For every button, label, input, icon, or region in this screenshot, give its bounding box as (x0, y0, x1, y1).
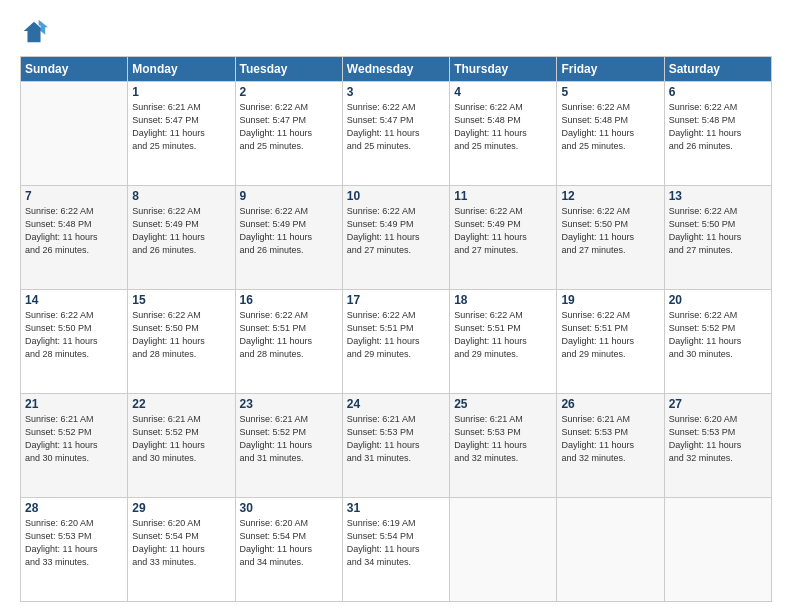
day-number: 9 (240, 189, 338, 203)
calendar-cell (450, 498, 557, 602)
day-info: Sunrise: 6:22 AM Sunset: 5:51 PM Dayligh… (561, 309, 659, 361)
day-number: 17 (347, 293, 445, 307)
calendar-cell: 2Sunrise: 6:22 AM Sunset: 5:47 PM Daylig… (235, 82, 342, 186)
calendar-cell: 9Sunrise: 6:22 AM Sunset: 5:49 PM Daylig… (235, 186, 342, 290)
calendar-cell: 29Sunrise: 6:20 AM Sunset: 5:54 PM Dayli… (128, 498, 235, 602)
day-number: 28 (25, 501, 123, 515)
day-number: 1 (132, 85, 230, 99)
calendar-cell: 24Sunrise: 6:21 AM Sunset: 5:53 PM Dayli… (342, 394, 449, 498)
day-number: 25 (454, 397, 552, 411)
day-number: 23 (240, 397, 338, 411)
day-info: Sunrise: 6:22 AM Sunset: 5:47 PM Dayligh… (347, 101, 445, 153)
day-info: Sunrise: 6:22 AM Sunset: 5:49 PM Dayligh… (240, 205, 338, 257)
day-number: 15 (132, 293, 230, 307)
calendar-cell: 13Sunrise: 6:22 AM Sunset: 5:50 PM Dayli… (664, 186, 771, 290)
calendar-cell: 31Sunrise: 6:19 AM Sunset: 5:54 PM Dayli… (342, 498, 449, 602)
day-info: Sunrise: 6:22 AM Sunset: 5:49 PM Dayligh… (454, 205, 552, 257)
day-info: Sunrise: 6:21 AM Sunset: 5:52 PM Dayligh… (240, 413, 338, 465)
day-number: 26 (561, 397, 659, 411)
calendar-cell: 26Sunrise: 6:21 AM Sunset: 5:53 PM Dayli… (557, 394, 664, 498)
calendar-cell: 27Sunrise: 6:20 AM Sunset: 5:53 PM Dayli… (664, 394, 771, 498)
calendar-cell: 5Sunrise: 6:22 AM Sunset: 5:48 PM Daylig… (557, 82, 664, 186)
day-number: 16 (240, 293, 338, 307)
day-info: Sunrise: 6:20 AM Sunset: 5:53 PM Dayligh… (669, 413, 767, 465)
day-info: Sunrise: 6:22 AM Sunset: 5:50 PM Dayligh… (25, 309, 123, 361)
calendar-cell: 23Sunrise: 6:21 AM Sunset: 5:52 PM Dayli… (235, 394, 342, 498)
day-info: Sunrise: 6:22 AM Sunset: 5:48 PM Dayligh… (669, 101, 767, 153)
day-info: Sunrise: 6:22 AM Sunset: 5:52 PM Dayligh… (669, 309, 767, 361)
day-number: 20 (669, 293, 767, 307)
day-number: 12 (561, 189, 659, 203)
day-info: Sunrise: 6:20 AM Sunset: 5:53 PM Dayligh… (25, 517, 123, 569)
day-info: Sunrise: 6:21 AM Sunset: 5:52 PM Dayligh… (132, 413, 230, 465)
calendar-cell: 6Sunrise: 6:22 AM Sunset: 5:48 PM Daylig… (664, 82, 771, 186)
calendar-cell: 16Sunrise: 6:22 AM Sunset: 5:51 PM Dayli… (235, 290, 342, 394)
calendar-cell: 19Sunrise: 6:22 AM Sunset: 5:51 PM Dayli… (557, 290, 664, 394)
calendar-cell: 15Sunrise: 6:22 AM Sunset: 5:50 PM Dayli… (128, 290, 235, 394)
calendar-cell: 18Sunrise: 6:22 AM Sunset: 5:51 PM Dayli… (450, 290, 557, 394)
calendar-cell: 21Sunrise: 6:21 AM Sunset: 5:52 PM Dayli… (21, 394, 128, 498)
calendar-cell: 28Sunrise: 6:20 AM Sunset: 5:53 PM Dayli… (21, 498, 128, 602)
day-number: 24 (347, 397, 445, 411)
day-number: 14 (25, 293, 123, 307)
weekday-header-sunday: Sunday (21, 57, 128, 82)
day-info: Sunrise: 6:21 AM Sunset: 5:53 PM Dayligh… (454, 413, 552, 465)
weekday-header-saturday: Saturday (664, 57, 771, 82)
day-number: 29 (132, 501, 230, 515)
day-number: 18 (454, 293, 552, 307)
day-info: Sunrise: 6:22 AM Sunset: 5:50 PM Dayligh… (132, 309, 230, 361)
day-number: 13 (669, 189, 767, 203)
logo-icon (20, 18, 48, 46)
day-info: Sunrise: 6:21 AM Sunset: 5:53 PM Dayligh… (561, 413, 659, 465)
calendar-cell: 17Sunrise: 6:22 AM Sunset: 5:51 PM Dayli… (342, 290, 449, 394)
day-info: Sunrise: 6:20 AM Sunset: 5:54 PM Dayligh… (132, 517, 230, 569)
day-info: Sunrise: 6:22 AM Sunset: 5:47 PM Dayligh… (240, 101, 338, 153)
weekday-header-wednesday: Wednesday (342, 57, 449, 82)
day-info: Sunrise: 6:22 AM Sunset: 5:48 PM Dayligh… (25, 205, 123, 257)
calendar-cell: 22Sunrise: 6:21 AM Sunset: 5:52 PM Dayli… (128, 394, 235, 498)
calendar-week-row: 1Sunrise: 6:21 AM Sunset: 5:47 PM Daylig… (21, 82, 772, 186)
weekday-header-friday: Friday (557, 57, 664, 82)
day-number: 22 (132, 397, 230, 411)
calendar-cell: 1Sunrise: 6:21 AM Sunset: 5:47 PM Daylig… (128, 82, 235, 186)
day-info: Sunrise: 6:21 AM Sunset: 5:53 PM Dayligh… (347, 413, 445, 465)
day-info: Sunrise: 6:22 AM Sunset: 5:51 PM Dayligh… (454, 309, 552, 361)
day-info: Sunrise: 6:20 AM Sunset: 5:54 PM Dayligh… (240, 517, 338, 569)
calendar-cell: 4Sunrise: 6:22 AM Sunset: 5:48 PM Daylig… (450, 82, 557, 186)
day-info: Sunrise: 6:22 AM Sunset: 5:51 PM Dayligh… (347, 309, 445, 361)
header (20, 18, 772, 46)
day-number: 6 (669, 85, 767, 99)
calendar-week-row: 14Sunrise: 6:22 AM Sunset: 5:50 PM Dayli… (21, 290, 772, 394)
day-number: 8 (132, 189, 230, 203)
calendar-cell: 20Sunrise: 6:22 AM Sunset: 5:52 PM Dayli… (664, 290, 771, 394)
weekday-header-tuesday: Tuesday (235, 57, 342, 82)
calendar-table: SundayMondayTuesdayWednesdayThursdayFrid… (20, 56, 772, 602)
calendar-cell (21, 82, 128, 186)
calendar-cell: 3Sunrise: 6:22 AM Sunset: 5:47 PM Daylig… (342, 82, 449, 186)
calendar-week-row: 7Sunrise: 6:22 AM Sunset: 5:48 PM Daylig… (21, 186, 772, 290)
calendar-cell: 8Sunrise: 6:22 AM Sunset: 5:49 PM Daylig… (128, 186, 235, 290)
day-number: 19 (561, 293, 659, 307)
weekday-header-thursday: Thursday (450, 57, 557, 82)
day-info: Sunrise: 6:22 AM Sunset: 5:48 PM Dayligh… (561, 101, 659, 153)
calendar-header-row: SundayMondayTuesdayWednesdayThursdayFrid… (21, 57, 772, 82)
day-number: 2 (240, 85, 338, 99)
day-info: Sunrise: 6:22 AM Sunset: 5:51 PM Dayligh… (240, 309, 338, 361)
day-number: 4 (454, 85, 552, 99)
day-info: Sunrise: 6:22 AM Sunset: 5:48 PM Dayligh… (454, 101, 552, 153)
day-number: 5 (561, 85, 659, 99)
calendar-week-row: 28Sunrise: 6:20 AM Sunset: 5:53 PM Dayli… (21, 498, 772, 602)
page: SundayMondayTuesdayWednesdayThursdayFrid… (0, 0, 792, 612)
day-info: Sunrise: 6:22 AM Sunset: 5:49 PM Dayligh… (347, 205, 445, 257)
day-info: Sunrise: 6:19 AM Sunset: 5:54 PM Dayligh… (347, 517, 445, 569)
calendar-cell (557, 498, 664, 602)
day-number: 31 (347, 501, 445, 515)
day-info: Sunrise: 6:22 AM Sunset: 5:49 PM Dayligh… (132, 205, 230, 257)
day-number: 27 (669, 397, 767, 411)
day-number: 7 (25, 189, 123, 203)
calendar-cell (664, 498, 771, 602)
weekday-header-monday: Monday (128, 57, 235, 82)
day-number: 11 (454, 189, 552, 203)
day-info: Sunrise: 6:21 AM Sunset: 5:47 PM Dayligh… (132, 101, 230, 153)
logo (20, 18, 52, 46)
